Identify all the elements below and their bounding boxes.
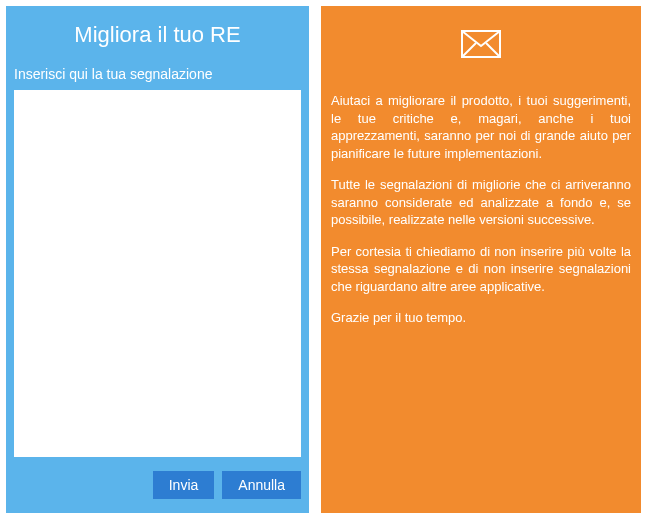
cancel-button[interactable]: Annulla [222, 471, 301, 499]
envelope-icon [461, 30, 501, 62]
textarea-label: Inserisci qui la tua segnalazione [14, 66, 301, 82]
dialog-container: Migliora il tuo RE Inserisci qui la tua … [0, 0, 647, 519]
info-panel: Aiutaci a migliorare il prodotto, i tuoi… [321, 6, 641, 513]
feedback-textarea[interactable] [14, 90, 301, 457]
submit-button[interactable]: Invia [153, 471, 215, 499]
info-paragraph-3: Per cortesia ti chiediamo di non inserir… [331, 243, 631, 296]
svg-line-2 [486, 43, 500, 57]
info-paragraph-2: Tutte le segnalazioni di migliorie che c… [331, 176, 631, 229]
form-title: Migliora il tuo RE [14, 22, 301, 48]
svg-line-1 [462, 43, 476, 57]
button-row: Invia Annulla [14, 471, 301, 499]
feedback-form-panel: Migliora il tuo RE Inserisci qui la tua … [6, 6, 309, 513]
info-paragraph-4: Grazie per il tuo tempo. [331, 309, 631, 327]
envelope-wrap [331, 30, 631, 62]
info-paragraph-1: Aiutaci a migliorare il prodotto, i tuoi… [331, 92, 631, 162]
